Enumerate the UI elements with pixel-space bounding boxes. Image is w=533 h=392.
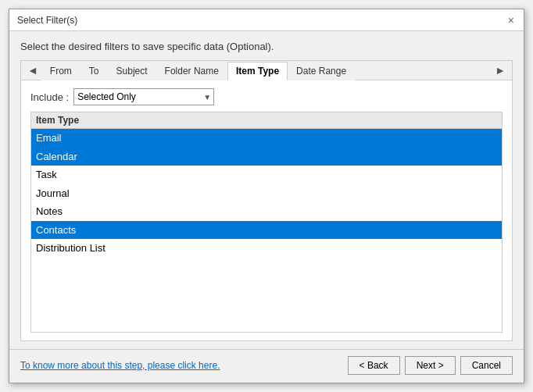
close-button[interactable]: × (506, 15, 516, 26)
list-item-task[interactable]: Task (31, 166, 502, 184)
tab-nav: ◄ From To Subject Folder Name Item Type … (21, 61, 512, 80)
back-button[interactable]: < Back (348, 356, 400, 375)
tab-subject[interactable]: Subject (108, 62, 156, 80)
list-item-calendar[interactable]: Calendar (31, 148, 502, 166)
tab-area: ◄ From To Subject Folder Name Item Type … (20, 60, 513, 341)
include-label: Include : (30, 91, 69, 103)
tab-from[interactable]: From (41, 62, 80, 80)
list-item-distribution-list[interactable]: Distribution List (31, 239, 502, 258)
list-header: Item Type (31, 112, 502, 129)
tab-scroll-right[interactable]: ► (492, 63, 509, 77)
next-button[interactable]: Next > (405, 356, 456, 375)
dialog-body: Select the desired filters to save speci… (9, 31, 524, 349)
include-row: Include : Selected Only All None ▼ (30, 88, 503, 105)
select-filters-dialog: Select Filter(s) × Select the desired fi… (9, 9, 524, 383)
list-item-contacts[interactable]: Contacts (31, 221, 502, 240)
tab-folder-name[interactable]: Folder Name (156, 62, 227, 80)
title-bar: Select Filter(s) × (9, 9, 524, 31)
tab-date-range[interactable]: Date Range (288, 62, 355, 80)
footer: To know more about this step, please cli… (9, 349, 524, 383)
tabs-container: From To Subject Folder Name Item Type Da… (41, 61, 492, 80)
list-header-item-type: Item Type (36, 115, 497, 126)
cancel-button[interactable]: Cancel (460, 356, 513, 375)
tab-to[interactable]: To (80, 62, 108, 80)
instruction-text: Select the desired filters to save speci… (20, 41, 513, 52)
list-item-notes[interactable]: Notes (31, 202, 502, 221)
tab-scroll-left[interactable]: ◄ (24, 63, 41, 77)
list-item-email[interactable]: Email (31, 129, 502, 148)
footer-buttons: < Back Next > Cancel (348, 356, 513, 375)
tab-content-item-type: Include : Selected Only All None ▼ Item … (21, 80, 512, 340)
help-link[interactable]: To know more about this step, please cli… (20, 360, 220, 371)
dialog-title: Select Filter(s) (17, 15, 77, 26)
tab-item-type[interactable]: Item Type (227, 62, 288, 80)
include-select[interactable]: Selected Only All None (73, 88, 214, 105)
item-type-list[interactable]: Item Type Email Calendar Task Journal No… (30, 112, 503, 333)
include-select-wrapper: Selected Only All None ▼ (73, 88, 214, 105)
list-item-journal[interactable]: Journal (31, 184, 502, 203)
